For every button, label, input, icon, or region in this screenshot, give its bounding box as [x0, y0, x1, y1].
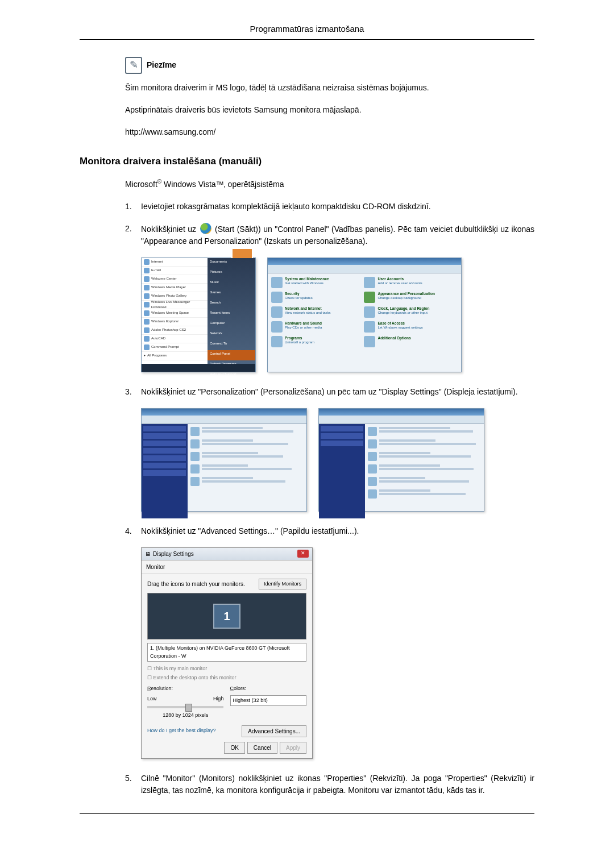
- screenshot-personalization-1: [141, 408, 307, 512]
- step-number: 5.: [125, 773, 141, 784]
- drag-label: Drag the icons to match your monitors.: [147, 580, 245, 588]
- note-paragraph-1: Šim monitora draiverim ir MS logo, tādēļ…: [125, 82, 534, 94]
- step-number: 3.: [125, 386, 141, 398]
- monitor-arrange-area[interactable]: 1: [147, 593, 306, 639]
- ok-button[interactable]: OK: [224, 742, 244, 754]
- screenshot-row-1: Internet E-mail Welcome Center Windows M…: [141, 258, 534, 372]
- monitor-select-dropdown[interactable]: 1. (Multiple Monitors) on NVIDIA GeForce…: [147, 643, 306, 662]
- os-line: Microsoft® Windows Vista™‚ operētājsistē…: [125, 177, 534, 190]
- top-rule: [80, 39, 534, 40]
- colors-dropdown[interactable]: Highest (32 bit): [230, 695, 306, 707]
- step-number: 2.: [125, 223, 141, 235]
- step-4-text: Noklikšķiniet uz "Advanced Settings…" (P…: [141, 525, 534, 537]
- section-heading: Monitora draivera instalēšana (manuāli): [80, 154, 534, 169]
- step-2: 2. Noklikšķiniet uz (Start (Sākt)) un "C…: [125, 223, 534, 247]
- close-icon[interactable]: ✕: [297, 550, 309, 558]
- tab-monitor[interactable]: Monitor: [142, 560, 312, 574]
- help-link[interactable]: How do I get the best display?: [147, 727, 216, 735]
- screenshot-display-settings: 🖥 Display Settings ✕ Monitor Drag the ic…: [141, 547, 313, 759]
- note-heading: ✎ Piezīme: [125, 57, 534, 74]
- cp-address-bar: [268, 265, 461, 273]
- extend-desktop-checkbox: ☐ Extend the desktop onto this monitor: [147, 674, 306, 682]
- screenshot-personalization-2: [318, 408, 484, 512]
- bottom-rule: [80, 813, 534, 814]
- page-header: Programmatūras izmantošana: [80, 23, 534, 36]
- step-5: 5. Cilnē "Monitor" (Monitors) noklikšķin…: [125, 773, 534, 796]
- main-monitor-checkbox: ☐ This is my main monitor: [147, 665, 306, 673]
- cancel-button[interactable]: Cancel: [247, 742, 277, 754]
- apply-button: Apply: [280, 742, 306, 754]
- step-number: 1.: [125, 201, 141, 213]
- note-paragraph-2: Apstiprinātais draiveris būs ievietots S…: [125, 104, 534, 116]
- start-orb-icon: [200, 223, 211, 234]
- step-3-text: Noklikšķiniet uz "Personalization" (Pers…: [141, 386, 534, 398]
- identify-monitors-button[interactable]: Identify Monitors: [259, 579, 306, 590]
- resolution-value: 1280 by 1024 pixels: [147, 712, 223, 720]
- step-3: 3. Noklikšķiniet uz "Personalization" (P…: [125, 386, 534, 398]
- step-2a: Noklikšķiniet uz: [141, 225, 199, 234]
- step-number: 4.: [125, 525, 141, 537]
- step-1: 1. Ievietojiet rokasgrāmatas komplektāci…: [125, 201, 534, 213]
- resolution-slider[interactable]: [147, 706, 223, 708]
- screenshot-row-2: [141, 408, 534, 512]
- step-5-text: Cilnē "Monitor" (Monitors) noklikšķiniet…: [141, 773, 534, 796]
- start-left-column: Internet E-mail Welcome Center Windows M…: [142, 258, 208, 364]
- monitor-icon-1[interactable]: 1: [213, 604, 240, 629]
- note-icon: ✎: [125, 57, 142, 74]
- os-prefix: Microsoft: [125, 180, 157, 189]
- step-2-text: Noklikšķiniet uz (Start (Sākt)) un "Cont…: [141, 223, 534, 247]
- note-label: Piezīme: [147, 59, 176, 71]
- screenshot-start-menu: Internet E-mail Welcome Center Windows M…: [141, 258, 256, 372]
- start-right-column: Documents Pictures Music Games Search Re…: [208, 258, 255, 364]
- screenshot-control-panel: System and MaintenanceGet started with W…: [267, 258, 462, 372]
- dialog-title-icon: 🖥: [145, 550, 151, 558]
- note-url: http://www.samsung.com/: [125, 126, 534, 138]
- dialog-title: Display Settings: [151, 550, 297, 558]
- step-1-text: Ievietojiet rokasgrāmatas komplektācijā …: [141, 201, 534, 213]
- advanced-settings-button[interactable]: Advanced Settings...: [242, 725, 306, 737]
- os-suffix: Windows Vista™‚ operētājsistēma: [161, 180, 284, 189]
- step-4: 4. Noklikšķiniet uz "Advanced Settings…"…: [125, 525, 534, 537]
